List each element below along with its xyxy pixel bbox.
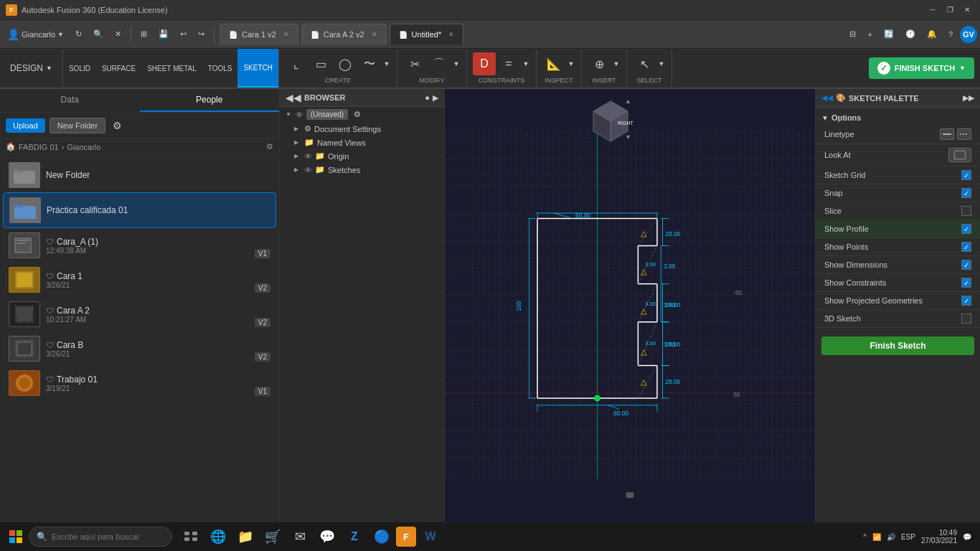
search-input[interactable] bbox=[52, 532, 152, 541]
browser-item-sketches[interactable]: ▶ 👁 📁 Sketches bbox=[280, 163, 444, 176]
list-item[interactable]: Práctica calificada 01 bbox=[3, 192, 276, 228]
taskbar-teams[interactable]: 💬 bbox=[314, 524, 340, 550]
apps-button[interactable]: ⊞ bbox=[136, 27, 151, 41]
taskbar-files[interactable]: 📁 bbox=[232, 524, 258, 550]
close-tab-caraa2v2[interactable]: ✕ bbox=[372, 31, 377, 38]
tools-tab[interactable]: TOOLS bbox=[202, 49, 238, 88]
taskbar-f360[interactable]: F bbox=[396, 527, 416, 547]
sheet-metal-tab[interactable]: SHEET METAL bbox=[141, 49, 202, 88]
equal-tool[interactable]: = bbox=[497, 52, 520, 75]
design-dropdown-button[interactable]: DESIGN ▼ bbox=[6, 57, 57, 80]
modify-dropdown[interactable]: ▼ bbox=[452, 52, 461, 75]
solid-tab[interactable]: SOLID bbox=[63, 49, 96, 88]
version-badge-caraa1[interactable]: V1 bbox=[255, 249, 270, 258]
close-tab-untitled[interactable]: ✕ bbox=[448, 31, 454, 38]
show-points-checkbox[interactable]: ✓ bbox=[961, 242, 971, 252]
3d-sketch-checkbox[interactable] bbox=[961, 314, 971, 324]
insert-tool[interactable]: ⊕ bbox=[588, 52, 611, 75]
taskbar-taskview[interactable] bbox=[178, 524, 204, 550]
list-item[interactable]: New Folder bbox=[3, 158, 276, 192]
circle-tool[interactable]: ◯ bbox=[334, 52, 357, 75]
toggle-unsaved[interactable]: ▼ bbox=[286, 111, 293, 118]
taskbar-edge[interactable]: 🌐 bbox=[205, 524, 231, 550]
search-button[interactable]: 🔍 bbox=[89, 27, 108, 41]
breadcrumb-fabdig[interactable]: FABDIG 01 bbox=[19, 143, 59, 151]
sketch-grid-checkbox[interactable]: ✓ bbox=[961, 170, 971, 180]
avatar[interactable]: GV bbox=[960, 26, 977, 43]
tray-volume[interactable]: 🔊 bbox=[887, 533, 895, 541]
sketch-tab[interactable]: SKETCH bbox=[237, 49, 278, 88]
select-dropdown[interactable]: ▼ bbox=[657, 52, 666, 75]
settings-button[interactable]: ⚙ bbox=[110, 117, 125, 134]
browser-item-named-views[interactable]: ▶ 📁 Named Views bbox=[280, 136, 444, 149]
redo-button[interactable]: ↪ bbox=[194, 27, 209, 41]
taskbar-chrome[interactable]: 🔵 bbox=[369, 524, 395, 550]
people-tab[interactable]: People bbox=[140, 89, 280, 112]
close-button[interactable]: ✕ bbox=[960, 5, 974, 15]
expand-button[interactable]: ⊟ bbox=[845, 27, 860, 41]
browser-item-origin[interactable]: ▶ 👁 📁 Origin bbox=[280, 149, 444, 163]
data-tab[interactable]: Data bbox=[0, 89, 140, 112]
eye-icon-origin[interactable]: 👁 bbox=[304, 152, 312, 161]
browser-item-document-settings[interactable]: ▶ ⚙ Document Settings bbox=[280, 122, 444, 136]
toggle-named-views[interactable]: ▶ bbox=[294, 139, 301, 146]
taskbar-zoom[interactable]: Z bbox=[341, 524, 367, 550]
list-item[interactable]: 🛡 Cara_A (1) 12:49:38 AM V1 bbox=[3, 228, 276, 263]
trim-tool[interactable]: ✂ bbox=[403, 52, 426, 75]
taskbar-word[interactable]: W bbox=[418, 524, 443, 550]
slice-checkbox[interactable] bbox=[961, 206, 971, 216]
browser-options-icon[interactable]: ● bbox=[425, 93, 430, 102]
close-panel-button[interactable]: ✕ bbox=[110, 27, 126, 41]
clock-button[interactable]: 🕐 bbox=[901, 27, 920, 41]
tab-untitled[interactable]: 📄 Untitled* ✕ bbox=[390, 24, 464, 45]
tab-cara1v2[interactable]: 📄 Cara 1 v2 ✕ bbox=[220, 24, 298, 45]
breadcrumb-giancarlo[interactable]: Giancarlo bbox=[67, 143, 100, 151]
new-folder-button[interactable]: New Folder bbox=[50, 118, 105, 133]
list-item[interactable]: 🛡 Cara B 3/26/21 V2 bbox=[3, 331, 276, 366]
notification-button[interactable]: 🔔 bbox=[923, 27, 941, 41]
toggle-doc-settings[interactable]: ▶ bbox=[294, 126, 301, 132]
version-badge-trabajo01[interactable]: V1 bbox=[255, 387, 270, 396]
list-item[interactable]: 🛡 Cara 1 3/26/21 V2 bbox=[3, 263, 276, 297]
add-tab-button[interactable]: + bbox=[863, 28, 876, 41]
breadcrumb-home[interactable]: 🏠 bbox=[6, 142, 16, 151]
tab-caraa2v2[interactable]: 📄 Cara A 2 v2 ✕ bbox=[301, 24, 387, 45]
breadcrumb-settings[interactable]: ⚙ bbox=[266, 142, 273, 151]
spline-tool[interactable]: 〜 bbox=[358, 52, 381, 75]
notification-tray[interactable]: 💬 bbox=[963, 533, 971, 541]
save-button[interactable]: 💾 bbox=[154, 27, 173, 41]
taskbar-mail[interactable]: ✉ bbox=[287, 524, 313, 550]
tray-network[interactable]: 📶 bbox=[872, 533, 881, 541]
show-projected-checkbox[interactable]: ✓ bbox=[961, 296, 971, 306]
insert-dropdown[interactable]: ▼ bbox=[612, 52, 621, 75]
version-badge-caraa2[interactable]: V2 bbox=[255, 318, 270, 327]
finish-sketch-toolbar-button[interactable]: ✓ FINISH SKETCH ▼ bbox=[869, 57, 974, 79]
sketch-canvas[interactable]: RIGHT ▲ ▼ bbox=[445, 89, 815, 522]
toggle-sketches[interactable]: ▶ bbox=[294, 166, 301, 173]
toggle-origin[interactable]: ▶ bbox=[294, 153, 301, 159]
view-cube[interactable]: RIGHT ▲ ▼ bbox=[585, 96, 636, 149]
finish-sketch-palette-button[interactable]: Finish Sketch bbox=[821, 336, 974, 355]
browser-back-icon[interactable]: ◀◀ bbox=[286, 92, 301, 103]
undo-button[interactable]: ↩ bbox=[176, 27, 191, 41]
linetype-solid-btn[interactable] bbox=[940, 128, 954, 140]
browser-toggle-icon[interactable]: ▶ bbox=[433, 93, 438, 103]
rectangle-tool[interactable]: ▭ bbox=[309, 52, 332, 75]
user-menu-button[interactable]: 👤 Giancarlo ▼ bbox=[3, 27, 68, 42]
tray-expand[interactable]: ^ bbox=[863, 533, 867, 541]
search-bar[interactable]: 🔍 bbox=[29, 527, 172, 547]
palette-expand-right[interactable]: ▶▶ bbox=[963, 94, 974, 102]
browser-item-unsaved[interactable]: ▼ 👁 (Unsaved) ⚙ bbox=[280, 107, 444, 122]
eye-icon-sketches[interactable]: 👁 bbox=[304, 166, 312, 174]
fillet-tool[interactable]: ⌒ bbox=[428, 52, 451, 75]
dimension-tool[interactable]: D bbox=[473, 52, 496, 75]
upload-button[interactable]: Upload bbox=[6, 118, 45, 133]
snap-checkbox[interactable]: ✓ bbox=[961, 188, 971, 198]
sync-button[interactable]: 🔄 bbox=[880, 27, 898, 41]
list-item[interactable]: 🛡 Cara A 2 10:21:27 AM V2 bbox=[3, 297, 276, 331]
palette-options-title[interactable]: ▼ Options bbox=[816, 110, 980, 125]
show-constraints-checkbox[interactable]: ✓ bbox=[961, 278, 971, 288]
taskbar-store[interactable]: 🛒 bbox=[260, 524, 286, 550]
create-dropdown[interactable]: ▼ bbox=[382, 52, 391, 75]
start-button[interactable] bbox=[3, 524, 29, 550]
